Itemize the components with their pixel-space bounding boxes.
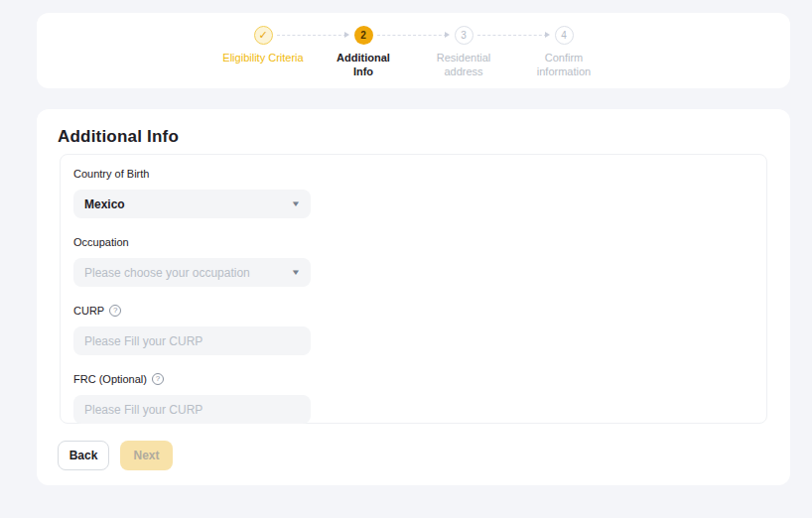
step-label-eligibility-criteria: Eligibility Criteria [222,51,303,65]
check-glyph: ✓ [258,29,267,42]
form-actions: Back Next [58,441,173,470]
curp-label: CURP ? [73,305,753,317]
next-button[interactable]: Next [120,441,173,470]
main-card: Additional Info Country of Birth Mexico … [37,109,790,485]
form-box: Country of Birth Mexico ▼ Occupation Ple… [60,154,767,424]
step-label-confirm-information: Confirm information [537,51,591,78]
step-label-additional-info: Additional Info [337,51,390,78]
step-connector-arrow [477,35,547,36]
check-icon: ✓ [254,26,273,45]
stepper-card: ✓ Eligibility Criteria 2 Additional Info… [37,13,790,88]
step-connector-arrow [277,35,346,36]
stepper: ✓ Eligibility Criteria 2 Additional Info… [213,13,614,78]
step-number-badge: 3 [455,26,474,45]
help-icon[interactable]: ? [152,373,164,385]
frc-input[interactable] [73,395,311,424]
occupation-select[interactable]: Please choose your occupation ▼ [73,258,311,287]
step-label-residential-address: Residential address [437,51,490,78]
page-title: Additional Info [58,127,179,147]
selected-country-value: Mexico [84,197,125,211]
step-number-badge: 2 [354,26,373,45]
occupation-field: Occupation Please choose your occupation… [73,236,753,287]
country-of-birth-field: Country of Birth Mexico ▼ [73,168,753,218]
frc-field: FRC (Optional) ? [73,373,753,424]
occupation-label: Occupation [73,236,753,248]
curp-field: CURP ? [73,305,753,355]
chevron-down-icon: ▼ [291,268,301,277]
curp-input[interactable] [73,326,311,355]
step-number-badge: 4 [555,26,574,45]
step-confirm-information: 4 Confirm information [514,26,614,78]
frc-label: FRC (Optional) ? [73,373,753,385]
step-additional-info: 2 Additional Info [314,26,414,78]
step-eligibility-criteria: ✓ Eligibility Criteria [213,26,314,78]
back-button[interactable]: Back [58,441,109,470]
help-icon[interactable]: ? [109,305,121,317]
step-residential-address: 3 Residential address [414,26,514,78]
country-of-birth-label: Country of Birth [73,168,753,180]
chevron-down-icon: ▼ [291,199,301,208]
occupation-placeholder: Please choose your occupation [84,266,250,280]
step-connector-arrow [377,35,447,36]
country-of-birth-select[interactable]: Mexico ▼ [73,190,311,218]
